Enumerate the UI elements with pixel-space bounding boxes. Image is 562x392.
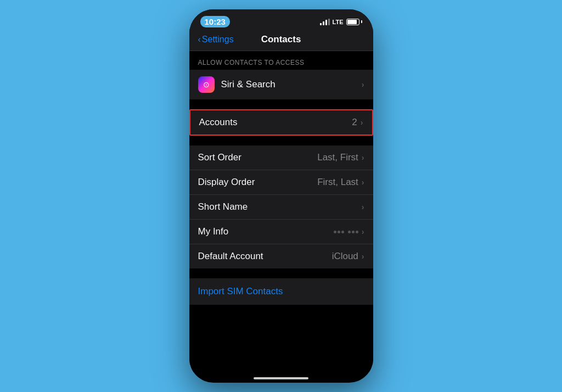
- siri-search-item[interactable]: ⊙ Siri & Search ›: [189, 70, 373, 99]
- default-account-label: Default Account: [198, 251, 332, 262]
- gap-1: [189, 99, 373, 109]
- display-order-label: Display Order: [198, 177, 318, 188]
- siri-search-label: Siri & Search: [221, 79, 362, 90]
- import-section: Import SIM Contacts: [189, 278, 373, 305]
- content-area: ALLOW CONTACTS TO ACCESS ⊙ Siri & Search…: [189, 51, 373, 372]
- accounts-chevron-icon: ›: [361, 118, 363, 127]
- sort-order-item[interactable]: Sort Order Last, First ›: [189, 145, 373, 170]
- status-time: 10:23: [200, 16, 230, 27]
- default-account-chevron-icon: ›: [362, 252, 364, 261]
- default-account-value: iCloud: [332, 251, 358, 262]
- gap-2: [189, 136, 373, 145]
- import-sim-button[interactable]: Import SIM Contacts: [189, 278, 373, 305]
- status-icons: LTE: [320, 19, 362, 25]
- battery-icon: [346, 19, 362, 25]
- lte-label: LTE: [333, 19, 344, 25]
- page-title: Contacts: [261, 34, 301, 45]
- my-info-chevron-icon: ›: [362, 227, 364, 236]
- back-label: Settings: [202, 35, 234, 44]
- siri-icon: ⊙: [198, 76, 215, 93]
- settings-group: Sort Order Last, First › Display Order F…: [189, 145, 373, 268]
- allow-access-label: ALLOW CONTACTS TO ACCESS: [189, 51, 373, 70]
- display-order-item[interactable]: Display Order First, Last ›: [189, 170, 373, 195]
- accounts-item[interactable]: Accounts 2 ›: [189, 109, 373, 136]
- phone-frame: 10:23 LTE ‹ S: [189, 9, 373, 383]
- short-name-item[interactable]: Short Name ›: [189, 195, 373, 220]
- siri-section: ⊙ Siri & Search ›: [189, 70, 373, 99]
- status-bar: 10:23 LTE: [189, 9, 373, 30]
- display-order-value: First, Last: [317, 177, 358, 188]
- sort-order-label: Sort Order: [198, 152, 318, 163]
- my-info-dots: [334, 231, 358, 233]
- short-name-label: Short Name: [198, 201, 362, 212]
- short-name-chevron-icon: ›: [362, 203, 364, 211]
- back-button[interactable]: ‹ Settings: [198, 35, 234, 44]
- display-order-chevron-icon: ›: [362, 178, 364, 187]
- siri-chevron-icon: ›: [362, 80, 364, 89]
- signal-icon: [320, 19, 330, 25]
- sort-order-chevron-icon: ›: [362, 153, 364, 162]
- my-info-item[interactable]: My Info ›: [189, 220, 373, 244]
- accounts-label: Accounts: [199, 117, 352, 128]
- accounts-value: 2: [352, 117, 357, 128]
- nav-bar: ‹ Settings Contacts: [189, 30, 373, 51]
- sort-order-value: Last, First: [317, 152, 358, 163]
- my-info-label: My Info: [198, 226, 334, 237]
- home-indicator: [254, 377, 308, 379]
- default-account-item[interactable]: Default Account iCloud ›: [189, 244, 373, 268]
- chevron-left-icon: ‹: [198, 35, 201, 44]
